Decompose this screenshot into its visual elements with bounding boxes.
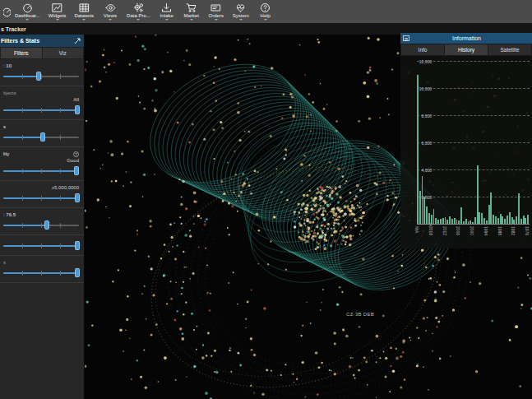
- toolbar-item-clipped[interactable]: [3, 0, 11, 23]
- chart-bar: [520, 219, 522, 224]
- chart-bar: [509, 212, 511, 224]
- filter-label: : 76.5: [3, 212, 16, 217]
- filter-slider[interactable]: [3, 193, 79, 203]
- filters-tab-viz[interactable]: Viz: [43, 48, 84, 58]
- chart-bar: [445, 217, 446, 224]
- toolbar-item-dashboar[interactable]: Dashboar...: [11, 0, 44, 23]
- chart-bar: [426, 206, 428, 224]
- slider-tick: [60, 74, 61, 79]
- gridline: [417, 169, 530, 170]
- slider-tick: [22, 74, 23, 79]
- toolbar-item-market[interactable]: Market: [179, 0, 204, 23]
- slider-handle[interactable]: [74, 166, 79, 175]
- chevron-down-icon: [215, 19, 218, 21]
- filter-slider[interactable]: [3, 240, 79, 251]
- chart-bar: [513, 220, 515, 224]
- filter-value: x5,000,0000: [52, 185, 79, 190]
- help-icon[interactable]: ?: [73, 151, 79, 157]
- chart-bar: [435, 218, 437, 224]
- filters-tab-filters[interactable]: Filters: [1, 48, 42, 58]
- info-tab-history[interactable]: History: [445, 44, 488, 55]
- toolbar-item-label: Widgets: [49, 13, 67, 18]
- slider-handle[interactable]: [75, 105, 80, 114]
- system-icon: [235, 2, 246, 12]
- chart-bar: [431, 215, 433, 224]
- filter-slider[interactable]: [3, 220, 79, 230]
- toolbar-item-intake[interactable]: Intake: [155, 0, 179, 23]
- filters-panel-tabs: FiltersViz: [0, 47, 84, 59]
- slider-tick: [22, 169, 23, 174]
- chart-bar: [423, 197, 425, 224]
- x-axis-label: 2006: [456, 226, 460, 235]
- chart-bar: [502, 216, 503, 224]
- filter-slider[interactable]: [3, 71, 79, 81]
- expand-icon[interactable]: [74, 38, 81, 44]
- filter-slider[interactable]: [3, 165, 79, 176]
- toolbar-item-views[interactable]: Views: [98, 0, 123, 23]
- top-toolbar: Dashboar... Widgets Datasets Views Data …: [0, 0, 532, 23]
- slider-handle[interactable]: [75, 193, 80, 202]
- x-axis-label: N/A: [414, 226, 419, 233]
- y-axis-label: 10,000: [407, 86, 432, 91]
- y-axis-label: 6,000: [407, 141, 432, 146]
- filter-slider[interactable]: [3, 267, 79, 278]
- orders-icon: [210, 2, 221, 12]
- toolbar-item-label: Datasets: [74, 13, 94, 18]
- toolbar-item-data-pro[interactable]: Data Pro...: [123, 0, 155, 23]
- slider-handle[interactable]: [75, 268, 80, 277]
- info-tab-info[interactable]: Info: [401, 44, 444, 55]
- slider-tick: [41, 74, 42, 79]
- chart-bar: [518, 193, 520, 224]
- filter-slider[interactable]: [3, 132, 79, 142]
- slider-tick: [41, 196, 42, 201]
- chart-bar: [463, 221, 465, 225]
- chart-bar: [442, 218, 444, 224]
- toolbar-item-system[interactable]: System: [229, 0, 253, 23]
- filter-label: s: [3, 260, 6, 265]
- slider-handle[interactable]: [75, 241, 80, 250]
- widgets-icon: [52, 2, 62, 12]
- gridline: [417, 88, 530, 89]
- slider-tick: [60, 271, 61, 276]
- chevron-down-icon: [109, 19, 112, 21]
- chart-bar: [481, 213, 483, 224]
- history-chart[interactable]: 12,00010,0008,0006,0004,0002,0000N/A2018…: [400, 56, 532, 248]
- chart-bar: [470, 220, 471, 224]
- chart-bar: [493, 215, 494, 224]
- slider-tick: [22, 271, 23, 276]
- slider-tick: [60, 169, 61, 174]
- filters-panel-header[interactable]: Filters & Stats: [0, 35, 84, 47]
- chart-bar: [468, 221, 470, 224]
- chart-bar: [419, 191, 421, 224]
- filter-value: All: [73, 97, 79, 102]
- slider-tick: [41, 271, 42, 276]
- slider-tick: [60, 108, 61, 113]
- info-tab-satellite[interactable]: Satellite: [488, 44, 531, 55]
- information-panel-titlebar[interactable]: Information: [400, 33, 532, 44]
- slider-handle[interactable]: [44, 220, 49, 230]
- chart-bar: [525, 218, 526, 224]
- chevron-down-icon: [264, 19, 267, 21]
- datasets-icon: [79, 2, 90, 12]
- toolbar-item-widgets[interactable]: Widgets: [44, 0, 71, 23]
- chart-bar: [437, 220, 439, 224]
- toolbar-item-help[interactable]: Help: [253, 0, 278, 23]
- x-axis-label: 2018: [428, 226, 433, 235]
- filter-section: bjectsAll: [0, 86, 84, 120]
- filter-slider[interactable]: [3, 104, 79, 115]
- y-axis-label: 8,000: [407, 114, 432, 118]
- help-icon: [260, 2, 271, 12]
- filter-section: : 10: [0, 59, 84, 86]
- data-processing-icon: [133, 2, 144, 12]
- collapse-icon[interactable]: [403, 35, 409, 41]
- filters-sections: : 10 bjectsAll s lity?Good x5,000,0000 :…: [0, 59, 84, 283]
- market-icon: [186, 2, 197, 12]
- slider-handle[interactable]: [36, 72, 41, 81]
- slider-handle[interactable]: [40, 132, 45, 142]
- toolbar-item-datasets[interactable]: Datasets: [70, 0, 98, 23]
- chart-bar: [495, 216, 497, 224]
- gridline: [417, 115, 530, 116]
- toolbar-item-orders[interactable]: Orders: [204, 0, 229, 23]
- slider-tick: [22, 135, 23, 140]
- chart-bar: [417, 75, 419, 225]
